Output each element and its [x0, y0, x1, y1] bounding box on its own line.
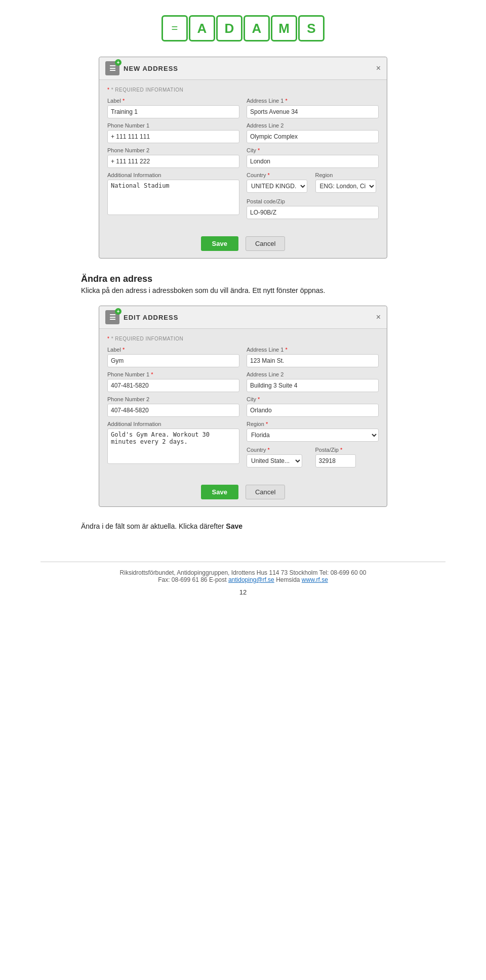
edit-addinfo-textarea[interactable]: Gold's Gym Area. Workout 30 minutes ever… — [107, 429, 239, 464]
phone2-label: Phone Number 2 — [107, 147, 239, 153]
edit-city-label: City * — [247, 396, 379, 402]
page-number: 12 — [40, 588, 446, 596]
edit-phone2-label: Phone Number 2 — [107, 396, 239, 402]
edit-phone1-input[interactable] — [107, 379, 239, 392]
postal-input[interactable] — [247, 206, 379, 219]
country-select[interactable]: UNITED KINGD... — [247, 180, 307, 193]
page-footer: Riksidrottsförbundet, Antidopinggruppen,… — [40, 562, 446, 596]
addinfo-textarea[interactable]: National Stadium — [107, 180, 239, 215]
new-address-body: * * REQUIRED INFORMATION Label * Address… — [99, 80, 387, 231]
edit-region-group: Region * Florida — [247, 421, 379, 442]
edit-label-group: Label * — [107, 347, 239, 367]
edit-address1-label: Address Line 1 * — [247, 347, 379, 353]
edit-address-title: EDIT ADDRESS — [124, 314, 178, 321]
section1-text: Klicka på den adress i adressboken som d… — [81, 286, 486, 294]
addinfo-label: Additional Information — [107, 172, 239, 178]
phone1-label: Phone Number 1 — [107, 122, 239, 129]
phone2-input[interactable] — [107, 155, 239, 168]
edit-region-select[interactable]: Florida — [247, 429, 379, 442]
form-row-1: Label * Address Line 1 * — [107, 98, 379, 118]
plus-badge: + — [115, 59, 122, 66]
section2-text: Ändra i de fält som är aktuella. Klicka … — [81, 522, 486, 530]
edit-label-field-label: Label * — [107, 347, 239, 353]
phone2-group: Phone Number 2 — [107, 147, 239, 168]
edit-form-row-1: Label * Address Line 1 * — [107, 347, 379, 367]
section1: Ändra en adress Klicka på den adress i a… — [81, 274, 486, 294]
city-label: City * — [247, 147, 379, 153]
new-address-dialog: ☰ + NEW ADDRESS × * * REQUIRED INFORMATI… — [99, 57, 387, 259]
section2: Ändra i de fält som är aktuella. Klicka … — [81, 522, 486, 530]
country-group: Country * UNITED KINGD... — [247, 172, 310, 193]
addinfo-group: Additional Information National Stadium — [107, 172, 239, 215]
footer-website-link[interactable]: www.rf.se — [302, 576, 328, 583]
new-address-footer: Save Cancel — [99, 231, 387, 258]
address1-input[interactable] — [247, 105, 379, 118]
edit-country-label: Country * — [247, 447, 310, 453]
region-label: Region — [315, 172, 379, 178]
form-row-3: Phone Number 2 City * — [107, 147, 379, 168]
edit-country-select[interactable]: United State... — [247, 454, 302, 467]
edit-address2-label: Address Line 2 — [247, 371, 379, 377]
edit-city-group: City * — [247, 396, 379, 417]
edit-form-row-2: Phone Number 1 * Address Line 2 — [107, 371, 379, 392]
logo-equals: = — [161, 15, 188, 41]
new-address-title: NEW ADDRESS — [124, 65, 178, 72]
new-address-header: ☰ + NEW ADDRESS × — [99, 57, 387, 80]
label-input[interactable] — [107, 105, 239, 118]
region-select[interactable]: ENG: London, Cit... — [315, 180, 376, 193]
edit-address-close[interactable]: × — [376, 313, 381, 322]
edit-country-group: Country * United State... — [247, 447, 310, 467]
city-group: City * — [247, 147, 379, 168]
edit-address-cancel-button[interactable]: Cancel — [246, 485, 285, 499]
edit-phone2-input[interactable] — [107, 404, 239, 417]
req-info-text: * REQUIRED INFORMATION — [111, 87, 183, 93]
edit-address2-input[interactable] — [247, 379, 379, 392]
new-address-icon: ☰ + — [105, 61, 119, 75]
edit-postal-label: Posta/Zip * — [315, 447, 379, 453]
logo-a2: A — [244, 15, 270, 41]
address2-group: Address Line 2 — [247, 122, 379, 143]
new-address-close[interactable]: × — [376, 64, 381, 73]
edit-postal-input[interactable] — [315, 454, 356, 467]
country-region-group: Country * UNITED KINGD... Region ENG — [247, 172, 379, 219]
edit-phone2-group: Phone Number 2 — [107, 396, 239, 417]
address1-group: Address Line 1 * — [247, 98, 379, 118]
edit-form-row-4: Additional Information Gold's Gym Area. … — [107, 421, 379, 467]
adams-logo: = A D A M S — [161, 15, 325, 41]
edit-address-save-button[interactable]: Save — [201, 485, 238, 499]
edit-address-footer: Save Cancel — [99, 480, 387, 506]
logo-d: D — [216, 15, 242, 41]
country-region-row: Country * UNITED KINGD... Region ENG — [247, 172, 379, 193]
edit-phone1-group: Phone Number 1 * — [107, 371, 239, 392]
footer-email-link[interactable]: antidoping@rf.se — [228, 576, 274, 583]
edit-region-label: Region * — [247, 421, 379, 427]
section1-heading: Ändra en adress — [81, 274, 486, 284]
new-address-cancel-button[interactable]: Cancel — [246, 236, 285, 251]
city-input[interactable] — [247, 155, 379, 168]
form-row-4: Additional Information National Stadium … — [107, 172, 379, 219]
address1-label: Address Line 1 * — [247, 98, 379, 104]
logo-s: S — [298, 15, 325, 41]
edit-postal-group: Posta/Zip * — [315, 447, 379, 467]
region-group: Region ENG: London, Cit... — [315, 172, 379, 193]
new-address-save-button[interactable]: Save — [201, 236, 238, 251]
footer-line2: Fax: 08-699 61 86 E-post antidoping@rf.s… — [40, 576, 446, 583]
label-field-label: Label * — [107, 98, 239, 104]
edit-req-info-text: * REQUIRED INFORMATION — [111, 336, 183, 342]
edit-label-input[interactable] — [107, 354, 239, 367]
phone1-input[interactable] — [107, 130, 239, 143]
address2-label: Address Line 2 — [247, 122, 379, 129]
edit-address-dialog: ☰ + EDIT ADDRESS × * * REQUIRED INFORMAT… — [99, 306, 387, 507]
edit-address1-group: Address Line 1 * — [247, 347, 379, 367]
postal-group: Postal code/Zip — [247, 198, 379, 219]
edit-city-input[interactable] — [247, 404, 379, 417]
edit-address-icon: ☰ + — [105, 310, 119, 324]
edit-phone1-label: Phone Number 1 * — [107, 371, 239, 377]
edit-addinfo-label: Additional Information — [107, 421, 239, 427]
address2-input[interactable] — [247, 130, 379, 143]
footer-line1: Riksidrottsförbundet, Antidopinggruppen,… — [40, 569, 446, 576]
edit-address1-input[interactable] — [247, 354, 379, 367]
edit-address2-group: Address Line 2 — [247, 371, 379, 392]
logo-m: M — [271, 15, 297, 41]
postal-label: Postal code/Zip — [247, 198, 379, 204]
